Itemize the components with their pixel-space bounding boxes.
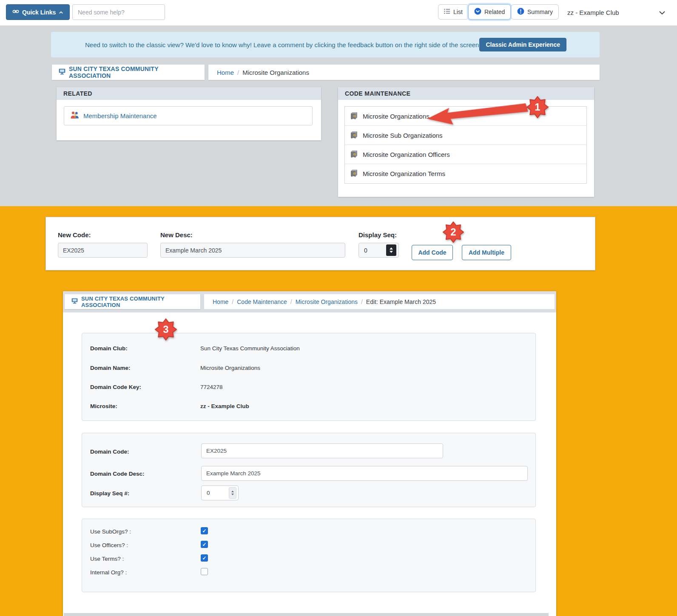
edit-breadcrumb-home-link[interactable]: Home [213,298,228,305]
chevron-down-icon [659,9,665,16]
breadcrumb-home-link[interactable]: Home [217,69,234,76]
code-maintenance-header: CODE MAINTENANCE [338,87,594,100]
classic-view-banner: Need to switch to the classic view? We'd… [51,32,600,57]
related-panel-title: RELATED [63,90,92,97]
membership-icon [70,111,80,121]
domain-code-input[interactable] [201,443,443,458]
microsite-value: zz - Example Club [200,403,249,409]
domain-info-panel: Domain Club: Sun City Texas Community As… [82,333,536,421]
display-seq-num-label: Display Seq #: [90,490,129,497]
step-up-icon [231,491,234,492]
membership-maintenance-link[interactable]: Membership Maintenance [64,106,313,125]
association-button[interactable]: SUN CITY TEXAS COMMUNITY ASSOCIATION [52,65,205,80]
quick-links-button[interactable]: Quick Links [6,4,70,20]
new-desc-input[interactable] [160,243,345,258]
vault-icon [350,111,358,121]
domain-code-key-label: Domain Code Key: [90,384,141,390]
classic-admin-label: Classic Admin Experience [486,41,560,48]
microsite-label: Microsite: [90,403,117,409]
stepper-buttons[interactable] [229,487,236,499]
code-item-label: Microsite Organization Terms [363,170,445,177]
display-seq-value: 0 [364,247,367,254]
list-button[interactable]: List [438,4,469,20]
club-selector-value: zz - Example Club [567,9,619,16]
domain-name-value: Microsite Organizations [200,365,260,371]
edit-association-button[interactable]: SUN CITY TEXAS COMMUNITY ASSOCIATION [65,294,200,309]
domain-edit-form-panel: Domain Code: Domain Code Desc: Display S… [82,433,536,507]
classic-admin-experience-button[interactable]: Classic Admin Experience [479,38,566,51]
domain-name-label: Domain Name: [90,365,131,371]
membership-maintenance-label: Membership Maintenance [83,112,157,119]
edit-breadcrumb-code-maintenance-link[interactable]: Code Maintenance [237,298,287,305]
banner-message: Need to switch to the classic view? We'd… [85,41,481,48]
display-seq-num-stepper[interactable]: 0 [201,485,239,500]
related-circle-icon [474,8,481,16]
new-code-label: New Code: [58,231,91,238]
display-seq-label: Display Seq: [358,231,397,238]
related-panel-header: RELATED [57,87,321,100]
add-code-panel: New Code: New Desc: Display Seq: 0 Add C… [46,217,595,270]
domain-code-key-value: 7724278 [200,384,223,390]
domain-code-desc-input[interactable] [201,466,528,481]
edit-code-card: SUN CITY TEXAS COMMUNITY ASSOCIATION Hom… [63,291,556,616]
card-footer-strip [64,613,549,616]
use-terms-checkbox[interactable]: ✓ [201,554,208,562]
related-button[interactable]: Related [468,4,511,20]
list-icon [444,9,450,15]
add-code-button[interactable]: Add Code [412,245,453,260]
domain-code-label: Domain Code: [90,449,129,455]
code-maintenance-title: CODE MAINTENANCE [345,90,410,97]
list-label: List [453,9,463,15]
association-name: SUN CITY TEXAS COMMUNITY ASSOCIATION [69,65,198,79]
use-officers-checkbox[interactable]: ✓ [201,541,208,548]
vault-icon [350,150,358,159]
use-officers-label: Use Officers? : [90,542,128,548]
help-search-input[interactable] [72,4,165,20]
code-item-label: Microsite Sub Organizations [363,132,443,139]
summary-info-icon [517,8,524,16]
caret-up-icon [59,9,63,16]
callout-step-2: 2 [442,221,464,243]
callout-step-1: 1 [526,96,549,119]
use-suborgs-checkbox[interactable]: ✓ [201,527,208,534]
add-code-label: Add Code [418,249,446,256]
related-panel: RELATED Membership Maintenance [57,87,321,140]
summary-label: Summary [527,9,553,15]
monitor-icon [59,68,65,76]
new-code-input[interactable] [58,243,148,258]
related-label: Related [484,9,505,15]
add-multiple-button[interactable]: Add Multiple [462,245,511,260]
use-terms-label: Use Terms? : [90,556,124,562]
monitor-icon [71,298,78,305]
display-seq-stepper[interactable]: 0 [358,243,399,258]
callout-2-number: 2 [442,221,464,243]
display-seq-num-value: 0 [207,490,210,496]
domain-club-label: Domain Club: [90,345,128,352]
breadcrumb-separator: / [232,298,233,305]
breadcrumb: Home / Microsite Organizations [208,65,600,80]
code-item-microsite-organization-officers[interactable]: Microsite Organization Officers [345,145,586,164]
add-multiple-label: Add Multiple [469,249,504,256]
edit-breadcrumb-microsite-organizations-link[interactable]: Microsite Organizations [296,298,358,305]
code-item-microsite-organization-terms[interactable]: Microsite Organization Terms [345,164,586,183]
code-item-microsite-sub-organizations[interactable]: Microsite Sub Organizations [345,126,586,145]
internal-org-label: Internal Org? : [90,569,127,576]
club-selector-dropdown[interactable]: zz - Example Club [567,6,665,19]
quick-links-label: Quick Links [22,9,56,16]
callout-1-number: 1 [526,96,549,119]
edit-breadcrumb: Home / Code Maintenance / Microsite Orga… [204,294,555,309]
summary-button[interactable]: Summary [511,4,559,20]
edit-breadcrumb-current: Edit: Example March 2025 [366,298,436,305]
use-suborgs-label: Use SubOrgs? : [90,528,131,535]
new-desc-label: New Desc: [160,231,193,238]
domain-code-desc-label: Domain Code Desc: [90,471,145,477]
breadcrumb-separator: / [290,298,292,305]
breadcrumb-separator: / [237,69,239,76]
internal-org-checkbox[interactable] [201,568,208,575]
breadcrumb-separator: / [361,298,363,305]
org-flags-panel: Use SubOrgs? : ✓ Use Officers? : ✓ Use T… [82,519,536,592]
step-down-icon [231,494,234,495]
app-screen: Quick Links List Related Summary zz - Ex… [0,0,677,616]
vault-icon [350,131,358,140]
stepper-buttons[interactable] [386,244,396,256]
